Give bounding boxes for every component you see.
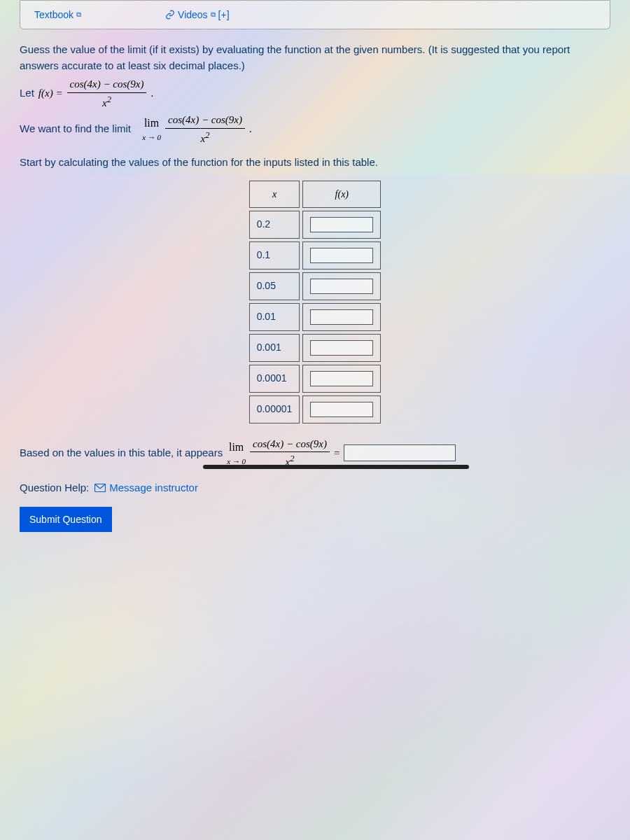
msg-label: Message instructor (109, 480, 198, 496)
values-table: x f(x) 0.2 0.1 0.05 0.01 0.001 0.0001 0.… (246, 178, 384, 426)
equals: = (334, 445, 340, 461)
table-row: 0.2 (249, 211, 382, 239)
limit-answer-input[interactable] (344, 444, 456, 461)
x-cell: 0.001 (249, 334, 300, 362)
intro-text: Guess the value of the limit (if it exis… (20, 42, 610, 74)
let-text: Let (20, 85, 34, 102)
fx-input-4[interactable] (310, 340, 373, 356)
limit-line: We want to find the limit lim x → 0 cos(… (20, 112, 610, 146)
mail-icon (94, 484, 106, 492)
horizontal-scrollbar[interactable] (203, 465, 469, 469)
x-cell: 0.05 (249, 272, 300, 300)
numerator: cos(4x) − cos(9x) (67, 76, 147, 93)
wewant-text: We want to find the limit (20, 121, 131, 137)
textbook-link[interactable]: Textbook ⧉ (34, 9, 81, 20)
x-cell: 0.2 (249, 211, 300, 239)
x-cell: 0.0001 (249, 365, 300, 393)
x-cell: 0.00001 (249, 396, 300, 424)
limit-symbol-2: lim x → 0 (227, 439, 246, 468)
external-link-icon: ⧉ (76, 10, 81, 19)
table-row: 0.1 (249, 241, 382, 270)
fx-input-6[interactable] (310, 402, 373, 417)
problem-body: Guess the value of the limit (if it exis… (0, 42, 630, 532)
link-icon (165, 10, 175, 20)
fx-input-0[interactable] (310, 217, 373, 232)
period: . (249, 121, 252, 137)
message-instructor-link[interactable]: Message instructor (94, 480, 198, 496)
th-fx: f(x) (302, 181, 381, 208)
based-text: Based on the values in this table, it ap… (20, 445, 223, 461)
submit-button[interactable]: Submit Question (20, 507, 112, 532)
period: . (150, 85, 153, 102)
table-row: 0.01 (249, 303, 382, 331)
fraction-2: cos(4x) − cos(9x) x2 (165, 112, 245, 146)
expand-plus[interactable]: [+] (218, 9, 230, 20)
fx-input-2[interactable] (310, 279, 373, 294)
fx-input-1[interactable] (310, 248, 373, 263)
table-row: 0.05 (249, 272, 382, 300)
x-cell: 0.01 (249, 303, 300, 331)
denominator: x2 (99, 93, 114, 111)
videos-label: Videos (178, 9, 208, 20)
th-x: x (249, 181, 300, 208)
table-row: 0.00001 (249, 396, 382, 424)
let-line: Let f(x) = cos(4x) − cos(9x) x2 . (20, 76, 610, 111)
x-cell: 0.1 (249, 241, 300, 270)
fx-input-3[interactable] (310, 309, 373, 325)
table-row: 0.0001 (249, 365, 382, 393)
external-link-icon: ⧉ (211, 10, 216, 19)
limit-symbol: lim x → 0 (142, 115, 161, 144)
startby-text: Start by calculating the values of the f… (20, 155, 610, 171)
fraction-1: cos(4x) − cos(9x) x2 (67, 76, 147, 111)
help-line: Question Help: Message instructor (20, 480, 610, 496)
table-row: 0.001 (249, 334, 382, 362)
videos-link[interactable]: Videos ⧉ [+] (165, 9, 230, 20)
textbook-label: Textbook (34, 9, 74, 20)
fx-input-5[interactable] (310, 371, 373, 386)
help-label: Question Help: (20, 480, 89, 496)
resource-tabs: Textbook ⧉ Videos ⧉ [+] (20, 0, 610, 29)
fx-text: f(x) = (38, 85, 63, 102)
